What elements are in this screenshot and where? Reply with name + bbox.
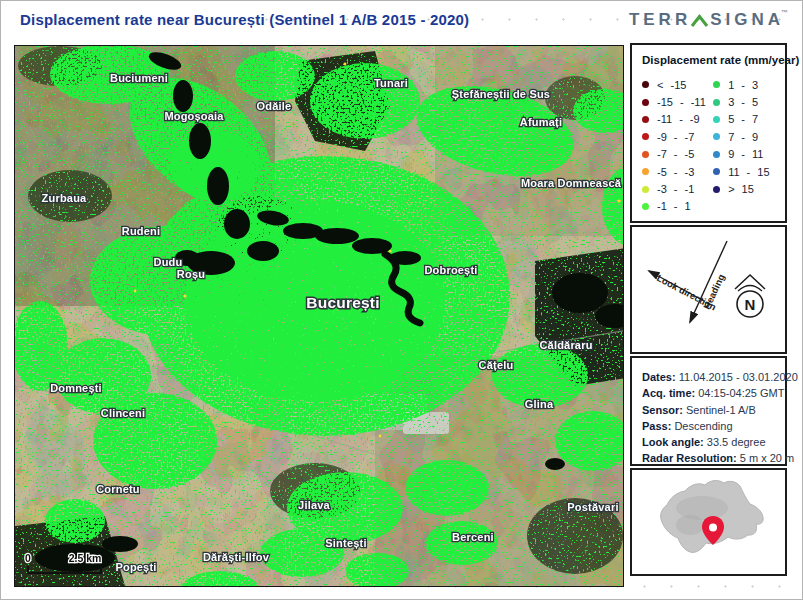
logo-text-right: SIGNA xyxy=(710,10,784,30)
terrasigna-logo: TERR SIGNA ™ xyxy=(629,10,788,30)
legend-item: 11 - 15 xyxy=(713,163,779,180)
legend-color-dot xyxy=(642,151,649,158)
legend-item-label: -3 - -1 xyxy=(657,183,694,195)
legend-item: -3 - -1 xyxy=(642,180,713,197)
legend-item: 3 - 5 xyxy=(713,93,779,110)
legend-color-dot xyxy=(713,116,720,123)
map-label: Moara Domnească xyxy=(521,177,622,189)
map-label: Dobroești xyxy=(424,264,477,276)
info-value: Descending xyxy=(674,420,732,432)
legend-color-dot xyxy=(642,168,649,175)
info-value: 04:15-04:25 GMT xyxy=(698,387,784,399)
legend-column-negative: < -15 -15 - -11 -11 - -9 -9 - -7 -7 - -5… xyxy=(642,76,713,215)
romania-map xyxy=(632,470,785,574)
map-label: Tunari xyxy=(374,77,408,89)
legend-item-label: < -15 xyxy=(657,79,686,91)
map-label: Mogoșoaia xyxy=(164,110,224,122)
legend-item: -9 - -7 xyxy=(642,128,713,145)
info-value: Sentinel-1 A/B xyxy=(686,404,756,416)
map-label: Buciumeni xyxy=(110,72,168,84)
legend-item: 7 - 9 xyxy=(713,128,779,145)
legend-item: > 15 xyxy=(713,180,779,197)
legend-item-label: 7 - 9 xyxy=(728,131,758,143)
compass-panel: Look direction Heading N xyxy=(630,225,787,354)
legend-item: 5 - 7 xyxy=(713,111,779,128)
info-label: Pass: xyxy=(642,420,671,432)
map-label: Jilava xyxy=(298,499,330,511)
map-label: Rudeni xyxy=(122,225,160,237)
legend-color-dot xyxy=(642,99,649,106)
map-product-page: Displacement rate near București (Sentin… xyxy=(0,0,803,600)
map-label: Glina xyxy=(525,398,554,410)
legend-item-label: -9 - -7 xyxy=(657,131,694,143)
legend-color-dot xyxy=(713,133,720,140)
satellite-map-canvas: Buciumeni Tunari Ștefăneștii de Sus Odăi… xyxy=(15,46,623,586)
map-label: Zurbaua xyxy=(42,192,87,204)
relief-shade xyxy=(676,515,704,535)
info-label: Dates: xyxy=(642,371,676,383)
legend-color-dot xyxy=(642,186,649,193)
info-value: 33.5 degree xyxy=(707,436,766,448)
map-label: Dudu xyxy=(154,256,183,268)
legend-item: 9 - 11 xyxy=(713,146,779,163)
logo-caret-icon xyxy=(690,14,709,28)
legend-item-label: -11 - -9 xyxy=(657,113,700,125)
legend-item: -5 - -3 xyxy=(642,163,713,180)
legend-title: Displacement rate (mm/year) xyxy=(642,54,779,66)
map-label: Postăvari xyxy=(567,501,618,513)
legend-color-dot xyxy=(713,81,720,88)
displacement-map: Buciumeni Tunari Ștefăneștii de Sus Odăi… xyxy=(14,45,624,587)
info-label: Radar Resolution: xyxy=(642,452,737,464)
north-symbol: N xyxy=(735,275,765,317)
legend-item-label: 5 - 7 xyxy=(728,113,758,125)
legend-color-dot xyxy=(642,116,649,123)
legend-item-label: -1 - 1 xyxy=(657,200,691,212)
map-label: Sintești xyxy=(325,537,366,549)
logo-text-left: TERR xyxy=(629,10,691,30)
info-row: Dates: 11.04.2015 - 03.01.2020 xyxy=(642,369,777,385)
legend-item-label: 1 - 3 xyxy=(728,79,758,91)
legend-item: < -15 xyxy=(642,76,713,93)
legend-panel: Displacement rate (mm/year) < -15 -15 - … xyxy=(630,43,787,223)
info-label: Sensor: xyxy=(642,404,683,416)
legend-column-positive: 1 - 3 3 - 5 5 - 7 7 - 9 9 - 11 11 - 15 >… xyxy=(713,76,779,215)
legend-color-dot xyxy=(713,99,720,106)
map-label: Căldăraru xyxy=(539,339,592,351)
info-label: Look angle: xyxy=(642,436,704,448)
map-label: Afumați xyxy=(520,116,562,128)
legend-item-label: > 15 xyxy=(728,183,754,195)
city-label: București xyxy=(306,294,379,311)
scale-distance-label: 2.5 km xyxy=(69,552,102,564)
info-value: 5 m x 20 m xyxy=(740,452,794,464)
legend-item: -15 - -11 xyxy=(642,93,713,110)
map-label: Clinceni xyxy=(101,407,145,419)
legend-color-dot xyxy=(713,186,720,193)
geometry-diagram: Look direction Heading N xyxy=(632,227,785,352)
map-label: Dărăști-Ilfov xyxy=(203,551,270,563)
map-label: Roșu xyxy=(177,268,205,280)
legend-item: 1 - 3 xyxy=(713,76,779,93)
scale-zero-label: 0 xyxy=(25,552,31,564)
map-label: Berceni xyxy=(452,531,494,543)
info-row: Acq. time: 04:15-04:25 GMT xyxy=(642,385,777,401)
legend-item: -1 - 1 xyxy=(642,198,713,215)
legend-color-dot xyxy=(642,133,649,140)
info-row: Sensor: Sentinel-1 A/B xyxy=(642,402,777,418)
legend-item-label: 3 - 5 xyxy=(728,96,758,108)
legend-color-dot xyxy=(713,168,720,175)
info-row: Look angle: 33.5 degree xyxy=(642,434,777,450)
legend-item-label: 9 - 11 xyxy=(728,148,763,160)
map-label: Odăile xyxy=(257,100,292,112)
map-label: Popești xyxy=(115,561,156,573)
map-label: Cățelu xyxy=(479,359,514,371)
legend-item-label: 11 - 15 xyxy=(728,166,769,178)
legend-item: -11 - -9 xyxy=(642,111,713,128)
legend-item-label: -15 - -11 xyxy=(657,96,706,108)
info-row: Pass: Descending xyxy=(642,418,777,434)
map-label: Cornetu xyxy=(96,483,140,495)
acquisition-info-panel: Dates: 11.04.2015 - 03.01.2020 Acq. time… xyxy=(630,356,787,466)
logo-trademark: ™ xyxy=(781,9,788,16)
legend-item-label: -5 - -3 xyxy=(657,166,694,178)
legend-item-label: -7 - -5 xyxy=(657,148,694,160)
map-label: Ștefăneștii de Sus xyxy=(452,88,550,100)
